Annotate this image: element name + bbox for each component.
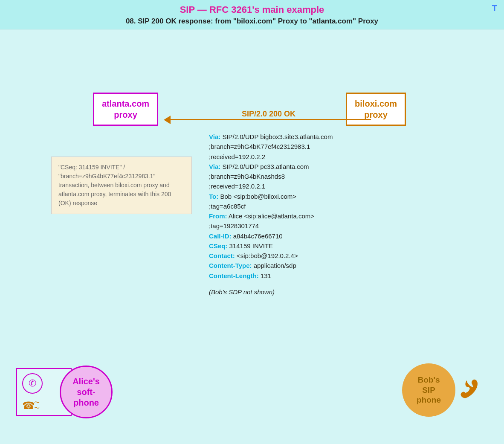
sip-via2: Via: SIP/2.0/UDP pc33.atlanta.com bbox=[209, 162, 388, 171]
bob-sip-phone-container: Bob's SIP phone bbox=[402, 363, 478, 417]
sip-arrow: SIP/2.0 200 OK bbox=[158, 111, 379, 128]
bob-circle: Bob's SIP phone bbox=[402, 363, 455, 417]
annotation-box: "CSeq: 314159 INVITE" / "branch=z9hG4bK7… bbox=[51, 157, 192, 214]
top-right-label: T bbox=[492, 3, 497, 13]
sip-content-type: Content-Type: application/sdp bbox=[209, 261, 388, 270]
sip-from: From: Alice <sip:alice@atlanta.com> bbox=[209, 211, 388, 221]
sip-to-tag: ;tag=a6c85cf bbox=[209, 201, 388, 211]
headset-icon: ☎ bbox=[22, 400, 35, 412]
arrow-head bbox=[164, 116, 171, 124]
wave-marks: 〜〜 bbox=[34, 400, 40, 411]
sip-via2-branch: ;branch=z9hG4bKnashds8 bbox=[209, 171, 388, 181]
sip-via1-branch: ;branch=z9hG4bK77ef4c2312983.1 bbox=[209, 142, 388, 151]
sip-to: To: Bob <sip:bob@biloxi.com> bbox=[209, 192, 388, 201]
phone-symbol: ✆ bbox=[29, 378, 36, 389]
sip-contact: Contact: <sip:bob@192.0.2.4> bbox=[209, 251, 388, 261]
arrow-line bbox=[166, 119, 371, 120]
page-title: SIP — RFC 3261's main example bbox=[0, 4, 504, 15]
alice-circle: Alice'ssoft-phone bbox=[60, 366, 113, 418]
sip-note: (Bob's SDP not shown) bbox=[209, 288, 388, 296]
bob-phone-icon bbox=[460, 378, 478, 402]
sip-via1: Via: SIP/2.0/UDP bigbox3.site3.atlanta.c… bbox=[209, 132, 388, 142]
bob-label: Bob's SIP phone bbox=[417, 375, 441, 405]
sip-content-length: Content-Length: 131 bbox=[209, 271, 388, 281]
page-subtitle: 08. SIP 200 OK response: from "biloxi.co… bbox=[0, 17, 504, 26]
main-content: atlanta.com proxy biloxi.com proxy SIP/2… bbox=[0, 29, 504, 435]
sip-message-details: Via: SIP/2.0/UDP bigbox3.site3.atlanta.c… bbox=[209, 132, 388, 296]
alice-label: Alice'ssoft-phone bbox=[72, 376, 100, 408]
header: SIP — RFC 3261's main example 08. SIP 20… bbox=[0, 0, 504, 29]
sip-callid: Call-ID: a84b4c76e66710 bbox=[209, 231, 388, 241]
alice-softphone-container: ✆ ☎ 〜〜 Alice'ssoft-phone bbox=[16, 366, 113, 418]
atlanta-proxy-box: atlanta.com proxy bbox=[93, 93, 158, 126]
phone-icon: ✆ bbox=[22, 373, 43, 394]
sip-via2-received: ;received=192.0.2.1 bbox=[209, 181, 388, 191]
annotation-text: "CSeq: 314159 INVITE" / "branch=z9hG4bK7… bbox=[58, 164, 171, 206]
sip-cseq: CSeq: 314159 INVITE bbox=[209, 241, 388, 251]
arrow-label: SIP/2.0 200 OK bbox=[242, 110, 295, 119]
atlanta-proxy-label: atlanta.com proxy bbox=[102, 98, 149, 120]
sip-via1-received: ;received=192.0.2.2 bbox=[209, 152, 388, 162]
sip-from-tag: ;tag=1928301774 bbox=[209, 221, 388, 231]
